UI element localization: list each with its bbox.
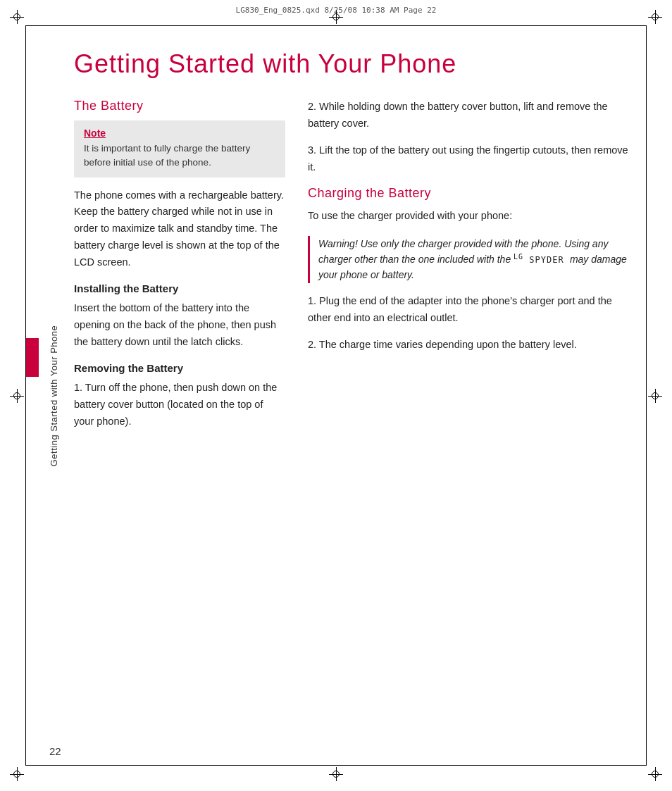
removing-item-2-text: 2. While holding down the battery cover …: [308, 99, 633, 132]
charging-heading: Charging the Battery: [308, 186, 633, 201]
right-column: 2. While holding down the battery cover …: [308, 99, 633, 440]
installing-heading: Installing the Battery: [74, 282, 285, 294]
removing-heading: Removing the Battery: [74, 362, 285, 374]
reg-mark-mr: [648, 389, 662, 403]
page-wrapper: LG830_Eng_0825.qxd 8/25/08 10:38 AM Page…: [0, 0, 672, 791]
warning-text: Warning! Use only the charger provided w…: [318, 236, 633, 283]
border-left: [25, 25, 26, 766]
removing-item-1-text: 1. Turn off the phone, then push down on…: [74, 380, 285, 430]
charging-item-2-text: 2. The charge time varies depending upon…: [308, 337, 633, 354]
page-title: Getting Started with Your Phone: [74, 49, 633, 79]
charging-item-1: 1. Plug the end of the adapter into the …: [308, 293, 633, 327]
two-column-layout: The Battery Note It is important to full…: [74, 99, 633, 440]
charging-item-1-text: 1. Plug the end of the adapter into the …: [308, 293, 633, 327]
reg-mark-br: [648, 767, 662, 781]
battery-intro-text: The phone comes with a rechargeable batt…: [74, 187, 285, 272]
border-top: [25, 25, 647, 26]
border-bottom: [25, 765, 647, 766]
sidebar-highlight-bar: [26, 338, 39, 377]
reg-mark-bm: [329, 767, 343, 781]
note-label: Note: [84, 127, 275, 139]
reg-mark-tm: [329, 10, 343, 24]
left-column: The Battery Note It is important to full…: [74, 99, 285, 440]
brand-name: LG SPYDER: [514, 255, 570, 265]
warning-block: Warning! Use only the charger provided w…: [308, 236, 633, 283]
note-box: Note It is important to fully charge the…: [74, 120, 285, 177]
removing-item-3: 3. Lift the top of the battery out using…: [308, 142, 633, 176]
page-number: 22: [49, 745, 61, 757]
reg-mark-tr: [648, 10, 662, 24]
reg-mark-ml: [10, 389, 24, 403]
charging-item-2: 2. The charge time varies depending upon…: [308, 337, 633, 354]
content-area: Getting Started with Your Phone The Batt…: [46, 35, 633, 752]
charging-intro: To use the charger provided with your ph…: [308, 208, 633, 225]
removing-item-3-text: 3. Lift the top of the battery out using…: [308, 142, 633, 176]
removing-item-2: 2. While holding down the battery cover …: [308, 99, 633, 132]
battery-heading: The Battery: [74, 99, 285, 113]
note-text: It is important to fully charge the batt…: [84, 142, 275, 170]
removing-item-1: 1. Turn off the phone, then push down on…: [74, 380, 285, 430]
reg-mark-tl: [10, 10, 24, 24]
border-right: [646, 25, 647, 766]
installing-text: Insert the bottom of the battery into th…: [74, 300, 285, 351]
reg-mark-bl: [10, 767, 24, 781]
